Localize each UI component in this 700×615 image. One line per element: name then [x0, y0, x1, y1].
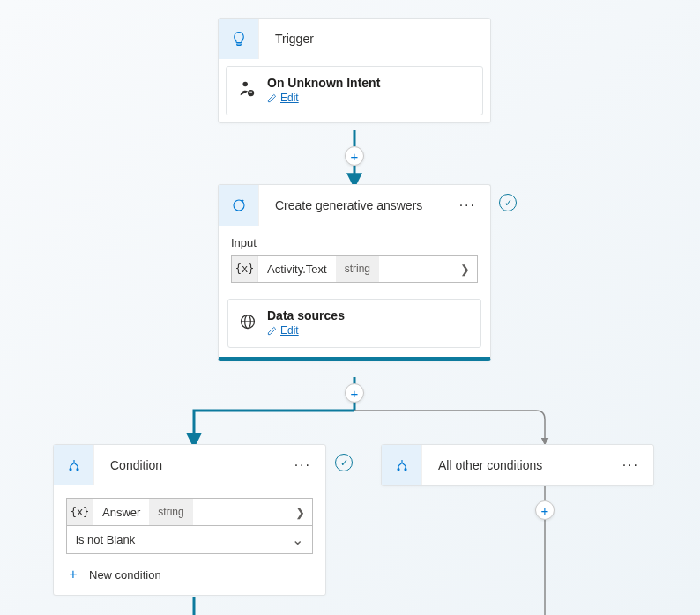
generative-header: Create generative answers ··· — [219, 185, 490, 226]
condition-operator: is not Blank — [76, 533, 135, 546]
condition-variable-field[interactable]: {x} Answer string ❯ — [66, 498, 313, 526]
trigger-node[interactable]: Trigger On Unknown Intent Edit — [218, 18, 491, 123]
svg-point-10 — [405, 469, 406, 471]
branch-icon — [54, 445, 94, 485]
pencil-icon — [267, 326, 277, 336]
all-other-conditions-node[interactable]: All other conditions ··· — [381, 444, 654, 486]
condition-var: Answer — [93, 499, 149, 525]
branch-icon — [382, 445, 422, 485]
generative-input-var: Activity.Text — [258, 256, 336, 282]
globe-icon — [239, 313, 257, 333]
svg-point-1 — [248, 90, 254, 96]
plus-icon: + — [541, 503, 549, 518]
trigger-event-title: On Unknown Intent — [267, 76, 380, 90]
condition-more-button[interactable]: ··· — [280, 457, 325, 473]
generative-answers-node[interactable]: Create generative answers ··· Input {x} … — [218, 184, 491, 361]
condition-status-check: ✓ — [335, 454, 353, 471]
new-condition-button[interactable]: + New condition — [66, 565, 313, 584]
input-label: Input — [231, 236, 478, 249]
plus-icon: + — [351, 149, 359, 164]
svg-rect-2 — [249, 92, 252, 93]
svg-point-8 — [77, 469, 78, 471]
trigger-title: Trigger — [259, 32, 490, 46]
svg-point-9 — [398, 469, 399, 471]
alt-title: All other conditions — [422, 458, 608, 472]
fx-icon: {x} — [232, 256, 258, 282]
generative-title: Create generative answers — [259, 198, 445, 212]
add-step-button-3[interactable]: + — [535, 500, 555, 520]
pencil-icon — [267, 93, 277, 103]
svg-point-0 — [242, 82, 248, 87]
plus-icon: + — [351, 386, 359, 401]
trigger-header: Trigger — [219, 19, 490, 59]
plus-icon: + — [66, 567, 80, 582]
generative-status-check: ✓ — [499, 194, 517, 211]
generative-input-type: string — [336, 256, 379, 282]
alt-more-button[interactable]: ··· — [608, 457, 653, 473]
condition-title: Condition — [94, 458, 280, 472]
condition-operator-select[interactable]: is not Blank ⌄ — [66, 526, 313, 554]
generative-input-field[interactable]: {x} Activity.Text string ❯ — [231, 255, 478, 283]
new-condition-label: New condition — [89, 568, 161, 582]
check-icon: ✓ — [340, 457, 348, 469]
add-step-button-1[interactable]: + — [345, 146, 364, 166]
data-sources-edit-link[interactable]: Edit — [267, 324, 299, 337]
trigger-edit-link[interactable]: Edit — [267, 92, 299, 104]
chevron-down-icon: ⌄ — [292, 531, 303, 548]
fx-icon: {x} — [67, 499, 93, 525]
generative-more-button[interactable]: ··· — [445, 197, 490, 213]
data-sources-title: Data sources — [267, 308, 345, 322]
svg-point-7 — [70, 469, 71, 471]
condition-type: string — [149, 499, 192, 525]
generative-icon — [219, 185, 259, 226]
alt-header: All other conditions ··· — [382, 445, 653, 485]
condition-header: Condition ··· — [54, 445, 325, 485]
trigger-icon — [219, 19, 259, 59]
person-bot-icon — [237, 79, 257, 101]
condition-node[interactable]: Condition ··· {x} Answer string ❯ is not… — [53, 444, 326, 596]
data-sources-card[interactable]: Data sources Edit — [227, 299, 481, 348]
check-icon: ✓ — [504, 197, 512, 209]
chevron-right-icon[interactable]: ❯ — [452, 256, 477, 282]
trigger-event-card[interactable]: On Unknown Intent Edit — [226, 66, 483, 115]
chevron-right-icon[interactable]: ❯ — [287, 499, 312, 525]
add-step-button-2[interactable]: + — [345, 383, 364, 403]
